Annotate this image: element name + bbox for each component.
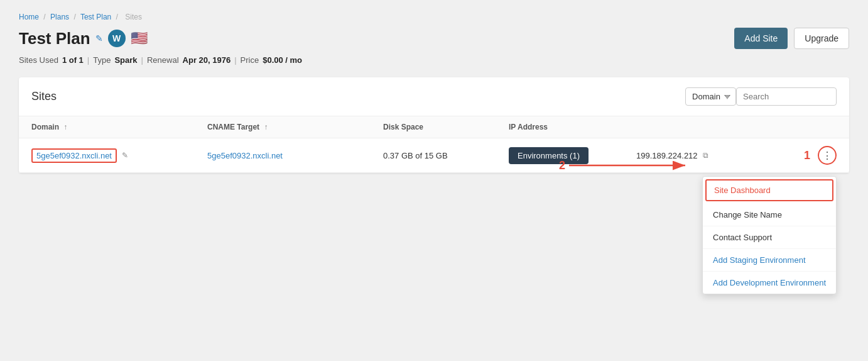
- page-header: Test Plan ✎ W 🇺🇸 Add Site Upgrade: [19, 28, 849, 49]
- domain-link[interactable]: 5ge5ef0932.nxcli.net: [31, 148, 117, 163]
- upgrade-button[interactable]: Upgrade: [794, 28, 849, 49]
- dropdown-item-site-dashboard[interactable]: Site Dashboard: [705, 179, 833, 201]
- breadcrumb-current: Sites: [125, 13, 142, 21]
- edit-domain-icon[interactable]: ✎: [122, 151, 128, 160]
- price-value: $0.00 / mo: [263, 55, 302, 65]
- header-buttons: Add Site Upgrade: [734, 28, 849, 49]
- sites-section-title: Sites: [31, 90, 57, 103]
- sites-used-value: 1 of 1: [62, 55, 84, 65]
- page-title-area: Test Plan ✎ W 🇺🇸: [19, 29, 148, 48]
- type-label: Type: [93, 55, 111, 65]
- table-row-wrapper: 5ge5ef0932.nxcli.net ✎ 5ge5ef0932.nxcli.…: [19, 138, 849, 173]
- breadcrumb-home[interactable]: Home: [19, 13, 39, 21]
- domain-cell: 5ge5ef0932.nxcli.net ✎: [31, 148, 207, 163]
- search-area: Domain ▼: [685, 87, 837, 106]
- price-label: Price: [241, 55, 259, 65]
- breadcrumb-plans[interactable]: Plans: [50, 13, 69, 21]
- disk-space-cell: 0.37 GB of 15 GB: [383, 151, 509, 160]
- page-title: Test Plan: [19, 29, 90, 48]
- step1-label: 1: [804, 149, 810, 162]
- col-cname: CNAME Target ↑: [207, 123, 383, 131]
- sites-used-label: Sites Used: [19, 55, 58, 65]
- sites-card: Sites Domain ▼ Domain ↑ CNAME Target ↑ D…: [19, 77, 849, 173]
- col-ip: IP Address: [509, 123, 799, 131]
- plan-meta: Sites Used 1 of 1 | Type Spark | Renewal…: [19, 55, 849, 65]
- col-actions: [799, 123, 837, 131]
- flag-icon: 🇺🇸: [131, 30, 148, 47]
- table-header: Domain ↑ CNAME Target ↑ Disk Space IP Ad…: [19, 116, 849, 138]
- wordpress-icon[interactable]: W: [108, 30, 126, 47]
- col-disk: Disk Space: [383, 123, 509, 131]
- breadcrumb: Home / Plans / Test Plan / Sites: [19, 13, 849, 21]
- actions-cell: 1 ⋮: [799, 146, 837, 165]
- dropdown-item-add-staging[interactable]: Add Staging Environment: [703, 249, 836, 272]
- table-row: 5ge5ef0932.nxcli.net ✎ 5ge5ef0932.nxcli.…: [19, 138, 849, 173]
- col-domain: Domain ↑: [31, 123, 207, 131]
- dropdown-item-contact-support[interactable]: Contact Support: [703, 226, 836, 249]
- cname-link[interactable]: 5ge5ef0932.nxcli.net: [207, 151, 283, 160]
- sites-card-header: Sites Domain ▼: [19, 77, 849, 116]
- search-input[interactable]: [736, 87, 837, 106]
- type-value: Spark: [114, 55, 137, 65]
- domain-filter-select[interactable]: Domain: [685, 87, 736, 106]
- dropdown-item-add-dev[interactable]: Add Development Environment: [703, 272, 836, 294]
- dropdown-menu: Site Dashboard Change Site Name Contact …: [702, 176, 837, 294]
- more-actions-button[interactable]: ⋮: [818, 146, 837, 165]
- renewal-label: Renewal: [147, 55, 179, 65]
- ip-address: 199.189.224.212: [636, 151, 698, 160]
- breadcrumb-testplan[interactable]: Test Plan: [80, 13, 111, 21]
- add-site-button[interactable]: Add Site: [734, 28, 788, 49]
- edit-title-icon[interactable]: ✎: [95, 33, 103, 43]
- environments-button[interactable]: Environments (1): [509, 147, 589, 164]
- ip-cell: Environments (1) 199.189.224.212 ⧉: [509, 147, 799, 164]
- dropdown-item-change-name[interactable]: Change Site Name: [703, 204, 836, 226]
- copy-ip-icon[interactable]: ⧉: [703, 151, 708, 160]
- cname-cell: 5ge5ef0932.nxcli.net: [207, 150, 383, 160]
- renewal-value: Apr 20, 1976: [183, 55, 231, 65]
